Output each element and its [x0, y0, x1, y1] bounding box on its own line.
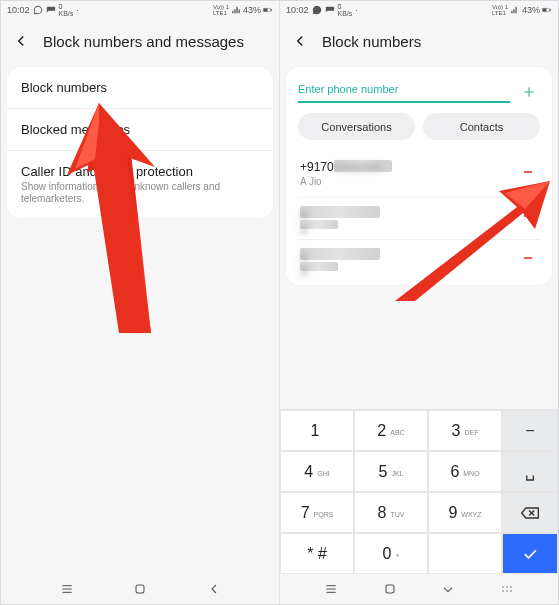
back-button[interactable]: [288, 29, 312, 53]
more-status-icon: ·: [76, 5, 79, 15]
block-card: Conversations Contacts +9170xxxxxxxx A J…: [286, 67, 552, 285]
svg-rect-9: [550, 9, 551, 11]
svg-point-22: [507, 586, 508, 587]
message-icon: [325, 5, 335, 15]
whatsapp-icon: [33, 5, 43, 15]
nav-recent-icon[interactable]: [323, 581, 339, 597]
svg-point-24: [503, 590, 504, 591]
add-number-button[interactable]: [518, 81, 540, 103]
svg-rect-8: [543, 9, 546, 12]
nav-hide-keyboard-icon[interactable]: [440, 581, 456, 597]
blocked-number-redacted: x: [300, 248, 380, 260]
key-confirm[interactable]: [502, 533, 558, 574]
battery-icon: [542, 5, 552, 15]
key-star-hash[interactable]: * #: [280, 533, 354, 574]
blocked-carrier-redacted: x: [300, 262, 338, 271]
blocked-carrier-redacted: x: [300, 220, 338, 229]
settings-list: Block numbers Blocked messages Caller ID…: [7, 67, 273, 218]
remove-button[interactable]: [518, 207, 538, 228]
signal-icon: [231, 5, 241, 15]
header: Block numbers: [280, 19, 558, 67]
battery-icon: [263, 5, 273, 15]
key-9[interactable]: 9WXYZ: [428, 492, 502, 533]
back-button[interactable]: [9, 29, 33, 53]
svg-point-25: [507, 590, 508, 591]
phone-number-input[interactable]: [298, 79, 510, 103]
contacts-button[interactable]: Contacts: [423, 113, 540, 140]
key-5[interactable]: 5JKL: [354, 451, 428, 492]
nav-home-icon[interactable]: [382, 581, 398, 597]
key-2[interactable]: 2ABC: [354, 410, 428, 451]
page-title: Block numbers: [322, 33, 421, 50]
key-backspace[interactable]: [502, 492, 558, 533]
blocked-carrier: A Jio: [300, 176, 392, 187]
svg-point-21: [503, 586, 504, 587]
key-1[interactable]: 1: [280, 410, 354, 451]
nav-home-icon[interactable]: [132, 581, 148, 597]
nav-bar: [1, 574, 279, 604]
key-4[interactable]: 4GHI: [280, 451, 354, 492]
svg-point-23: [511, 586, 512, 587]
status-bar: 10:02 0KB/s · Vo)) 1LTE1 43%: [1, 1, 279, 19]
remove-button[interactable]: [518, 249, 538, 270]
volte-icon: Vo)) 1LTE1: [213, 4, 229, 16]
message-icon: [46, 5, 56, 15]
key-8[interactable]: 8TUV: [354, 492, 428, 533]
svg-rect-1: [264, 9, 267, 12]
svg-rect-2: [271, 9, 272, 11]
page-title: Block numbers and messages: [43, 33, 244, 50]
status-time: 10:02: [286, 5, 309, 15]
header: Block numbers and messages: [1, 19, 279, 67]
nav-bar: [280, 574, 558, 604]
conversations-button[interactable]: Conversations: [298, 113, 415, 140]
dial-keypad: 1 2ABC 3DEF − 4GHI 5JKL 6MNO ␣ 7PQRS 8TU…: [280, 409, 558, 574]
svg-rect-20: [386, 585, 394, 593]
speed-icon: 0KB/s: [59, 3, 74, 17]
item-block-numbers[interactable]: Block numbers: [7, 67, 273, 109]
key-empty[interactable]: [428, 533, 502, 574]
blocked-row: x x: [298, 240, 540, 281]
battery-text: 43%: [243, 5, 261, 15]
nav-keyboard-icon[interactable]: [499, 581, 515, 597]
blocked-row: +9170xxxxxxxx A Jio: [298, 152, 540, 198]
key-0[interactable]: 0+: [354, 533, 428, 574]
nav-back-icon[interactable]: [206, 581, 222, 597]
key-6[interactable]: 6MNO: [428, 451, 502, 492]
phone-left: 10:02 0KB/s · Vo)) 1LTE1 43% Block numbe…: [1, 1, 280, 604]
item-caller-id-spam[interactable]: Caller ID and spam protection Show infor…: [7, 151, 273, 218]
speed-icon: 0KB/s: [338, 3, 353, 17]
signal-icon: [510, 5, 520, 15]
battery-text: 43%: [522, 5, 540, 15]
item-blocked-messages[interactable]: Blocked messages: [7, 109, 273, 151]
more-status-icon: ·: [355, 5, 358, 15]
key-3[interactable]: 3DEF: [428, 410, 502, 451]
status-time: 10:02: [7, 5, 30, 15]
blocked-number: +9170xxxxxxxx: [300, 160, 392, 174]
svg-point-26: [511, 590, 512, 591]
blocked-row: x x: [298, 198, 540, 240]
volte-icon: Vo)) 1LTE1: [492, 4, 508, 16]
blocked-number-redacted: x: [300, 206, 380, 218]
key-7[interactable]: 7PQRS: [280, 492, 354, 533]
key-minus[interactable]: −: [502, 410, 558, 451]
key-space[interactable]: ␣: [502, 451, 558, 492]
nav-recent-icon[interactable]: [59, 581, 75, 597]
whatsapp-icon: [312, 5, 322, 15]
svg-rect-6: [136, 585, 144, 593]
status-bar: 10:02 0KB/s · Vo)) 1LTE1 43%: [280, 1, 558, 19]
phone-right: 10:02 0KB/s · Vo)) 1LTE1 43% Block numbe…: [280, 1, 558, 604]
remove-button[interactable]: [518, 163, 538, 184]
